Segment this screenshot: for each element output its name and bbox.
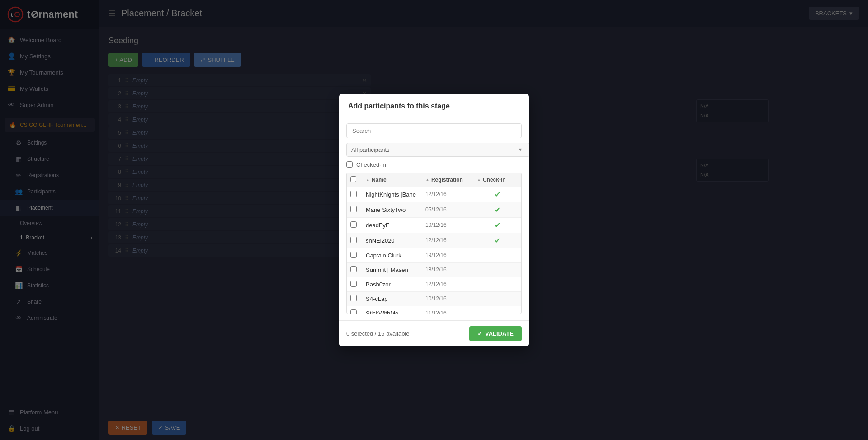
modal-header: Add participants to this stage <box>339 94 529 117</box>
table-body: NightKnights |Bane 12/12/16 ✔ Mane Sixty… <box>347 187 521 314</box>
check-icon: ✓ <box>477 330 482 337</box>
participant-registration-date: 12/12/16 <box>425 237 475 243</box>
filter-row: All participantsChecked-in onlyNot check… <box>346 143 522 157</box>
table-row: Captain Clurk 19/12/16 <box>347 248 521 263</box>
check-icon: ✔ <box>495 190 500 199</box>
participant-registration-date: 19/12/16 <box>425 252 475 258</box>
participant-name: Mane SixtyTwo <box>366 206 424 213</box>
table-row: Pash0zor 12/12/16 <box>347 277 521 292</box>
participant-registration-date: 05/12/16 <box>425 206 475 213</box>
participant-registration-date: 12/12/16 <box>425 281 475 287</box>
participant-checkbox[interactable] <box>350 221 357 228</box>
table-row: shNEl2020 12/12/16 ✔ <box>347 233 521 248</box>
registration-col-header: ▲ Registration <box>425 177 475 183</box>
participant-checkbox[interactable] <box>350 281 357 287</box>
table-row: S4-cLap 10/12/16 <box>347 292 521 306</box>
modal: Add participants to this stage All parti… <box>339 94 529 346</box>
row-checkbox-cell <box>350 309 364 314</box>
row-checkbox-cell <box>350 266 364 274</box>
selected-count: 0 selected / 16 available <box>346 330 409 337</box>
participant-checkin-status: ✔ <box>477 221 518 229</box>
participant-registration-date: 12/12/16 <box>425 191 475 197</box>
participant-name: NightKnights |Bane <box>366 191 424 198</box>
modal-body: All participantsChecked-in onlyNot check… <box>339 117 529 320</box>
table-header: ▲ Name ▲ Registration ▲ Check-in <box>347 173 521 187</box>
table-row: Mane SixtyTwo 05/12/16 ✔ <box>347 202 521 218</box>
check-icon: ✔ <box>495 221 500 229</box>
checked-in-checkbox[interactable] <box>346 161 353 168</box>
participant-name: StickWithMe <box>366 310 424 314</box>
participant-checkin-status: ✔ <box>477 236 518 245</box>
checked-in-label: Checked-in <box>356 161 386 168</box>
table-row: deadEyE 19/12/16 ✔ <box>347 218 521 233</box>
participant-registration-date: 19/12/16 <box>425 222 475 228</box>
validate-button[interactable]: ✓ VALIDATE <box>469 326 522 341</box>
checkin-col-header: ▲ Check-in <box>477 177 518 183</box>
participant-checkbox[interactable] <box>350 206 357 212</box>
participant-name: Pash0zor <box>366 281 424 288</box>
search-input[interactable] <box>346 123 522 138</box>
registration-col-label: Registration <box>431 177 463 183</box>
participant-name: shNEl2020 <box>366 237 424 244</box>
table-row: NightKnights |Bane 12/12/16 ✔ <box>347 187 521 202</box>
participant-name: Summit | Masen <box>366 267 424 273</box>
name-col-header: ▲ Name <box>366 177 424 183</box>
participant-registration-date: 10/12/16 <box>425 295 475 302</box>
row-checkbox-cell <box>350 221 364 229</box>
row-checkbox-cell <box>350 191 364 198</box>
participant-name: S4-cLap <box>366 295 424 302</box>
check-icon: ✔ <box>495 206 500 214</box>
sort-up-icon-checkin: ▲ <box>477 178 481 182</box>
row-checkbox-cell <box>350 252 364 259</box>
check-icon: ✔ <box>495 236 500 245</box>
participant-checkbox[interactable] <box>350 266 357 272</box>
row-checkbox-cell <box>350 281 364 288</box>
participant-checkin-status: ✔ <box>477 190 518 199</box>
participant-checkin-status: ✔ <box>477 206 518 214</box>
row-checkbox-cell <box>350 237 364 244</box>
select-all-checkbox[interactable] <box>350 176 356 182</box>
checked-in-filter-row: Checked-in <box>346 161 522 168</box>
table-row: StickWithMe 11/12/16 <box>347 306 521 314</box>
participant-checkbox[interactable] <box>350 252 357 258</box>
row-checkbox-cell <box>350 295 364 303</box>
participant-checkbox[interactable] <box>350 309 357 314</box>
participant-name: Captain Clurk <box>366 252 424 259</box>
sort-up-icon: ▲ <box>366 178 370 182</box>
modal-overlay[interactable]: Add participants to this stage All parti… <box>0 0 868 440</box>
select-all-header <box>350 176 364 183</box>
participant-registration-date: 11/12/16 <box>425 310 475 314</box>
participant-name: deadEyE <box>366 222 424 229</box>
participants-table: ▲ Name ▲ Registration ▲ Check-in NightKn… <box>346 173 522 314</box>
validate-label: VALIDATE <box>485 330 514 337</box>
participant-registration-date: 18/12/16 <box>425 267 475 273</box>
name-col-label: Name <box>372 177 387 183</box>
table-row: Summit | Masen 18/12/16 <box>347 263 521 277</box>
row-checkbox-cell <box>350 206 364 214</box>
participant-checkbox[interactable] <box>350 237 357 243</box>
sort-up-icon-reg: ▲ <box>425 178 429 182</box>
checkin-col-label: Check-in <box>483 177 506 183</box>
participants-filter-select[interactable]: All participantsChecked-in onlyNot check… <box>346 143 529 157</box>
participant-checkbox[interactable] <box>350 191 357 197</box>
participant-checkbox[interactable] <box>350 295 357 301</box>
filter-select-wrapper: All participantsChecked-in onlyNot check… <box>346 143 522 157</box>
modal-footer: 0 selected / 16 available ✓ VALIDATE <box>339 320 529 346</box>
